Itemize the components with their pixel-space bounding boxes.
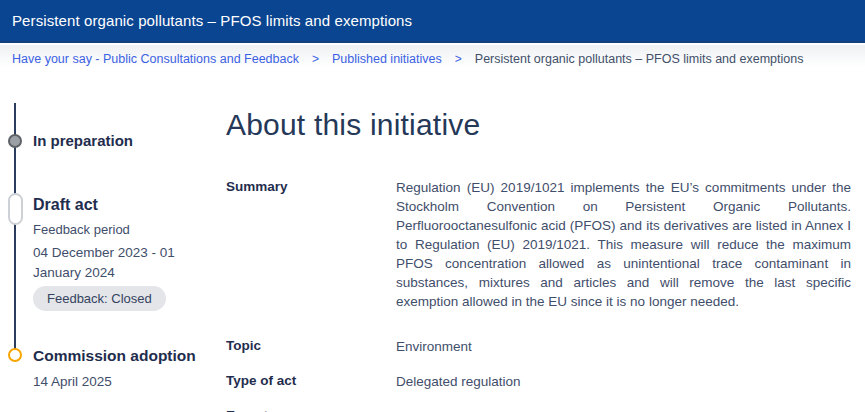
section-title: About this initiative [226,108,852,142]
breadcrumb-link-published-initiatives[interactable]: Published initiatives [332,52,442,66]
timeline-draft-act-dates: 04 December 2023 - 01 January 2024 [33,243,201,283]
summary-value: Regulation (EU) 2019/1021 implements the… [396,178,851,311]
timeline-commission-adoption-date: 14 April 2025 [33,374,112,389]
app-header: Persistent organic pollutants – PFOS lim… [0,0,865,43]
page: Persistent organic pollutants – PFOS lim… [0,0,865,412]
type-of-act-value: Delegated regulation [396,372,851,391]
page-title: Persistent organic pollutants – PFOS lim… [12,12,412,29]
field-row-expert-group: Expert group E01656 [226,407,852,412]
expert-group-label: Expert group [226,407,396,412]
timeline-draft-act-status: Feedback period [33,222,130,237]
breadcrumb-current-page: Persistent organic pollutants – PFOS lim… [475,52,804,66]
timeline-stage-draft-act: Draft act [33,196,98,214]
field-row-summary: Summary Regulation (EU) 2019/1021 implem… [226,178,852,311]
breadcrumb-link-have-your-say[interactable]: Have your say - Public Consultations and… [12,52,299,66]
field-row-type-of-act: Type of act Delegated regulation [226,372,852,391]
breadcrumb: Have your say - Public Consultations and… [0,45,865,72]
about-section: About this initiative Summary Regulation… [226,108,852,412]
feedback-status-badge: Feedback: Closed [33,286,166,311]
timeline-marker-draft-act-icon [8,193,23,225]
chevron-right-icon: > [312,52,319,66]
topic-value: Environment [396,337,851,356]
timeline-marker-in-preparation-icon [8,134,22,148]
chevron-right-icon: > [455,52,462,66]
field-row-topic: Topic Environment [226,337,852,356]
timeline-marker-commission-adoption-icon [8,348,22,362]
type-of-act-label: Type of act [226,372,396,391]
timeline-stage-in-preparation: In preparation [33,132,133,149]
summary-label: Summary [226,178,396,311]
timeline-stage-commission-adoption: Commission adoption [33,347,196,365]
topic-label: Topic [226,337,396,356]
